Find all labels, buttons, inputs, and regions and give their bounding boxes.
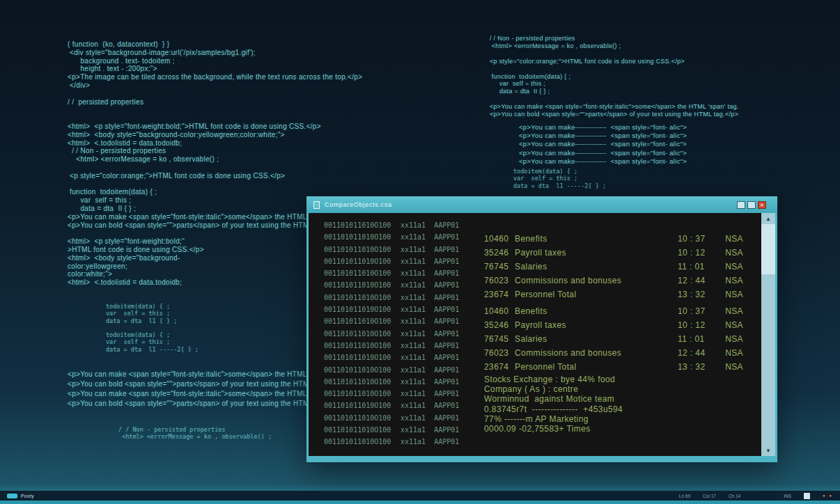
row-code: 23674 [484, 290, 515, 299]
row-label: Commissions and bonuses [515, 348, 678, 358]
code-block-left-lower: <p>You can make <span style="font-style:… [68, 370, 343, 409]
document-icon [313, 201, 320, 209]
row-label: Payroll taxes [515, 320, 678, 330]
taskbar-status: Ln 69 Col 17 Ch 14 INS ● ● [679, 493, 833, 499]
taskbar-accent-strip [0, 501, 840, 504]
row-time: 12 : 44 [678, 348, 718, 358]
scroll-down-icon[interactable]: ▼ [761, 445, 775, 456]
window-body: 001101011010O100 001101011010O100 001101… [309, 213, 775, 456]
taskbar-logo[interactable] [7, 494, 17, 498]
row-label: Personnel Total [515, 290, 678, 299]
binary-column: 001101011010O100 001101011010O100 001101… [324, 219, 391, 448]
row-label: Commissions and bonuses [515, 276, 678, 285]
taskbar-left: Pooty [7, 494, 34, 498]
window-controls: ✕ [737, 201, 766, 209]
row-agency: NSA [718, 306, 743, 316]
row-code: 76023 [484, 348, 515, 358]
scrollbar-thumb[interactable] [761, 224, 775, 274]
minimize-button[interactable] [737, 201, 745, 209]
row-time: 10 : 12 [678, 248, 718, 258]
row-agency: NSA [718, 362, 743, 372]
window-title: CompareObjects.csa [325, 201, 392, 208]
row-agency: NSA [718, 276, 743, 285]
status-insert-mode: INS [784, 494, 791, 498]
maximize-button[interactable] [747, 201, 756, 209]
row-time: 10 : 37 [678, 234, 718, 244]
status-char-number: Ch 14 [729, 494, 740, 498]
row-code: 76023 [484, 276, 515, 285]
table-row: 23674 Personnel Total 13 : 32 NSA [484, 360, 743, 374]
table-row: 35246 Payroll taxes 10 : 12 NSA [484, 246, 743, 260]
row-agency: NSA [718, 262, 743, 271]
table-row: 10460 Benefits 10 : 37 NSA [484, 304, 743, 318]
row-agency: NSA [718, 234, 743, 244]
row-time: 11 : 01 [678, 262, 718, 271]
table-row: 76745 Salaries 11 : 01 NSA [484, 332, 743, 346]
row-label: Benefits [515, 234, 678, 244]
row-time: 10 : 37 [678, 306, 718, 316]
taskbar-app-label[interactable]: Pooty [21, 494, 34, 498]
window-titlebar[interactable]: CompareObjects.csa ✕ [306, 196, 777, 213]
row-agency: NSA [718, 248, 743, 258]
row-agency: NSA [718, 334, 743, 344]
row-label: Salaries [515, 262, 678, 271]
row-code: 35246 [484, 320, 515, 330]
row-code: 76745 [484, 334, 515, 344]
window-content: 001101011010O100 001101011010O100 001101… [309, 213, 761, 456]
desktop: ( function (ko, datacontext) } } <div st… [0, 0, 840, 504]
scrollbar[interactable]: ▲ ▼ [761, 213, 775, 456]
taskbar-indicator-icon[interactable] [804, 493, 810, 499]
row-label: Benefits [515, 306, 678, 316]
code-block-right-dashed: <p>You can make------------- <span style… [519, 123, 687, 166]
row-agency: NSA [718, 348, 743, 358]
code-block-right-top: / / Non - persisted properties <html> <e… [490, 35, 739, 118]
code-block-left-bottom-mono: / / Non - persisted properties <html> <e… [118, 426, 272, 441]
close-button[interactable]: ✕ [758, 201, 766, 209]
row-time: 11 : 01 [678, 334, 718, 344]
row-agency: NSA [718, 290, 743, 299]
table-row: 76745 Salaries 11 : 01 NSA [484, 260, 743, 274]
hex-column: xx11a1 AAPP01 xx11a1 AAPP01 xx11a1 AAPP0… [400, 219, 459, 448]
row-agency: NSA [718, 320, 743, 330]
row-label: Personnel Total [515, 362, 678, 372]
status-line-number: Ln 69 [679, 494, 690, 498]
table-row: 76023 Commissions and bonuses 12 : 44 NS… [484, 274, 743, 288]
row-code: 35246 [484, 248, 515, 258]
summary-text: Stocks Exchange : bye 44% food Company (… [484, 375, 623, 434]
accounts-table: 10460 Benefits 10 : 37 NSA 35246 Payroll… [484, 232, 743, 374]
row-time: 10 : 12 [678, 320, 718, 330]
row-time: 13 : 32 [678, 290, 718, 299]
row-label: Payroll taxes [515, 248, 678, 258]
row-time: 13 : 32 [678, 362, 718, 372]
scroll-up-icon[interactable]: ▲ [761, 213, 775, 224]
row-code: 10460 [484, 234, 515, 244]
taskbar-dots-icon: ● ● [823, 494, 833, 498]
row-code: 76745 [484, 262, 515, 271]
status-column-number: Col 17 [703, 494, 716, 498]
taskbar: Pooty Ln 69 Col 17 Ch 14 INS ● ● [0, 491, 840, 501]
code-block-right-mono: todoitem(data) { ; var self = this ; dat… [513, 168, 606, 189]
row-time: 12 : 44 [678, 276, 718, 285]
compare-objects-window: CompareObjects.csa ✕ 001101011010O100 00… [306, 196, 777, 462]
row-code: 10460 [484, 306, 515, 316]
code-block-left-mono: todoitem(data) { ; var self = this ; dat… [106, 303, 199, 353]
table-row: 23674 Personnel Total 13 : 32 NSA [484, 288, 743, 301]
table-row: 35246 Payroll taxes 10 : 12 NSA [484, 318, 743, 332]
row-code: 23674 [484, 362, 515, 372]
row-label: Salaries [515, 334, 678, 344]
table-row: 76023 Commissions and bonuses 12 : 44 NS… [484, 346, 743, 360]
table-row: 10460 Benefits 10 : 37 NSA [484, 232, 743, 246]
